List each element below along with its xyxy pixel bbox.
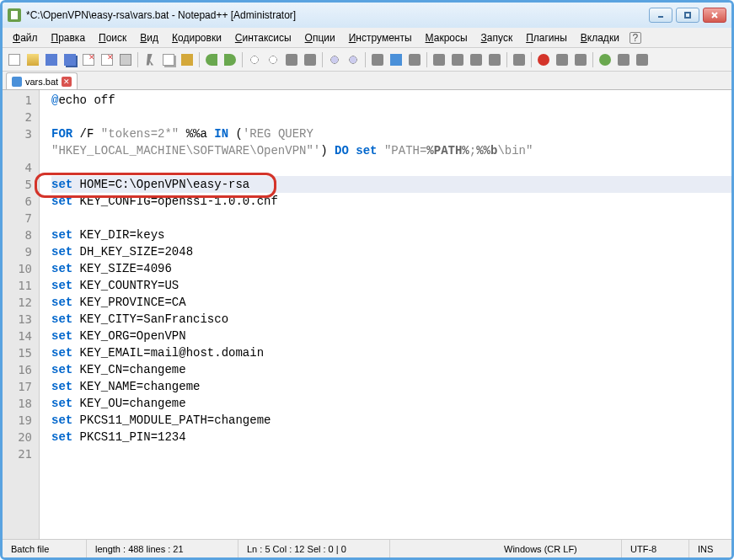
tab-varsbat[interactable]: vars.bat ✕ xyxy=(6,72,78,89)
app-icon xyxy=(8,8,21,22)
code-line[interactable]: set KEY_CN=changeme xyxy=(51,361,731,378)
menu-плагины[interactable]: Плагины xyxy=(519,29,574,46)
status-position: Ln : 5 Col : 12 Sel : 0 | 0 xyxy=(238,540,390,557)
code-line[interactable] xyxy=(51,159,731,176)
toolbar-gen-button[interactable] xyxy=(634,51,651,68)
toolbar-redo-button[interactable] xyxy=(222,51,238,68)
window-controls xyxy=(649,8,726,23)
minimize-button[interactable] xyxy=(649,8,672,23)
code-line[interactable]: set KEY_SIZE=4096 xyxy=(51,260,731,277)
toolbar-saveall-button[interactable] xyxy=(62,51,78,68)
status-filetype: Batch file xyxy=(3,540,87,557)
code-line[interactable]: @echo off xyxy=(51,92,731,109)
status-eol[interactable]: Windows (CR LF) xyxy=(496,540,622,557)
toolbar-copy-button[interactable] xyxy=(160,51,177,68)
menu-вид[interactable]: Вид xyxy=(133,29,165,46)
toolbar-gen-button[interactable] xyxy=(431,51,447,68)
menu-макросы[interactable]: Макросы xyxy=(419,29,474,46)
close-button[interactable] xyxy=(703,8,726,23)
svg-rect-1 xyxy=(685,13,690,18)
code-line[interactable] xyxy=(51,445,731,462)
menu-help-icon[interactable]: ? xyxy=(630,32,641,44)
toolbar-gen-button[interactable] xyxy=(615,51,632,68)
maximize-button[interactable] xyxy=(676,8,699,23)
file-icon xyxy=(12,77,22,87)
window-title: *C:\OpenVPN\easy-rsa\vars.bat - Notepad+… xyxy=(26,9,649,21)
titlebar[interactable]: *C:\OpenVPN\easy-rsa\vars.bat - Notepad+… xyxy=(3,3,731,28)
toolbar-find-button[interactable] xyxy=(246,51,263,68)
toolbar-gen-button[interactable] xyxy=(486,51,503,68)
statusbar: Batch file length : 488 lines : 21 Ln : … xyxy=(3,539,731,557)
toolbar-paste-button[interactable] xyxy=(179,51,196,68)
toolbar-new-button[interactable] xyxy=(6,51,23,68)
toolbar-find-button[interactable] xyxy=(265,51,281,68)
line-gutter: 123456789101112131415161718192021 xyxy=(3,90,40,539)
tab-close-icon[interactable]: ✕ xyxy=(62,77,72,87)
code-line[interactable]: set KEY_OU=changeme xyxy=(51,395,731,412)
toolbar-close-button[interactable] xyxy=(80,51,97,68)
toolbar-gen-button[interactable] xyxy=(302,51,319,68)
toolbar-gen-button[interactable] xyxy=(511,51,528,68)
toolbar-gen-button[interactable] xyxy=(369,51,386,68)
menu-синтаксисы[interactable]: Синтаксисы xyxy=(228,29,298,46)
code-line[interactable]: set KEY_PROVINCE=CA xyxy=(51,294,731,311)
code-line[interactable]: set KEY_ORG=OpenVPN xyxy=(51,328,731,344)
code-line[interactable]: "HKEY_LOCAL_MACHINE\SOFTWARE\OpenVPN"') … xyxy=(51,142,731,159)
toolbar-gen-button[interactable] xyxy=(572,51,589,68)
code-line[interactable]: set PKCS11_PIN=1234 xyxy=(51,429,731,445)
code-line[interactable]: set KEY_EMAIL=mail@host.domain xyxy=(51,344,731,361)
status-mode[interactable]: INS xyxy=(689,540,731,557)
toolbar-save-button[interactable] xyxy=(43,51,60,68)
menu-запуск[interactable]: Запуск xyxy=(474,29,520,46)
toolbar xyxy=(3,48,731,72)
menu-опции[interactable]: Опции xyxy=(298,29,342,46)
status-encoding[interactable]: UTF-8 xyxy=(622,540,689,557)
toolbar-gen-button[interactable] xyxy=(283,51,300,68)
code-line[interactable] xyxy=(51,109,731,125)
code-line[interactable]: set DH_KEY_SIZE=2048 xyxy=(51,243,731,260)
status-length: length : 488 lines : 21 xyxy=(87,540,238,557)
code-line[interactable] xyxy=(51,210,731,227)
code-content[interactable]: @echo offFOR /F "tokens=2*" %%a IN ('REG… xyxy=(40,90,731,539)
toolbar-zoom-button[interactable] xyxy=(326,51,343,68)
menu-файл[interactable]: Файл xyxy=(6,29,45,46)
tab-strip: vars.bat ✕ xyxy=(3,72,731,90)
toolbar-close-button[interactable] xyxy=(99,51,115,68)
menu-вкладки[interactable]: Вкладки xyxy=(574,29,626,46)
code-line[interactable]: set PKCS11_MODULE_PATH=changeme xyxy=(51,412,731,429)
toolbar-undo-button[interactable] xyxy=(203,51,220,68)
app-window: *C:\OpenVPN\easy-rsa\vars.bat - Notepad+… xyxy=(0,0,734,560)
editor-area[interactable]: 123456789101112131415161718192021 @echo … xyxy=(3,90,731,539)
toolbar-red-button[interactable] xyxy=(535,51,552,68)
menubar: ФайлПравкаПоискВидКодировкиСинтаксисыОпц… xyxy=(3,28,731,48)
tab-label: vars.bat xyxy=(25,77,58,87)
toolbar-open-button[interactable] xyxy=(24,51,41,68)
toolbar-print-button[interactable] xyxy=(117,51,134,68)
toolbar-gen-button[interactable] xyxy=(449,51,466,68)
toolbar-green-button[interactable] xyxy=(597,51,613,68)
toolbar-gen-button[interactable] xyxy=(406,51,423,68)
code-line[interactable]: set KEY_NAME=changeme xyxy=(51,378,731,395)
menu-правка[interactable]: Правка xyxy=(45,29,93,46)
toolbar-blue-button[interactable] xyxy=(388,51,405,68)
menu-поиск[interactable]: Поиск xyxy=(92,29,133,46)
menu-инструменты[interactable]: Инструменты xyxy=(342,29,419,46)
code-line[interactable]: FOR /F "tokens=2*" %%a IN ('REG QUERY xyxy=(51,125,731,142)
toolbar-cut-button[interactable] xyxy=(142,51,158,68)
code-line[interactable]: set KEY_CONFIG=openssl-1.0.0.cnf xyxy=(51,193,731,210)
menu-кодировки[interactable]: Кодировки xyxy=(165,29,228,46)
code-line[interactable]: set KEY_DIR=keys xyxy=(51,227,731,243)
code-line[interactable]: set HOME=C:\OpenVPN\easy-rsa xyxy=(51,176,731,193)
toolbar-gen-button[interactable] xyxy=(554,51,571,68)
code-line[interactable]: set KEY_CITY=SanFrancisco xyxy=(51,311,731,328)
toolbar-gen-button[interactable] xyxy=(468,51,485,68)
toolbar-zoom-button[interactable] xyxy=(345,51,362,68)
code-line[interactable]: set KEY_COUNTRY=US xyxy=(51,277,731,294)
